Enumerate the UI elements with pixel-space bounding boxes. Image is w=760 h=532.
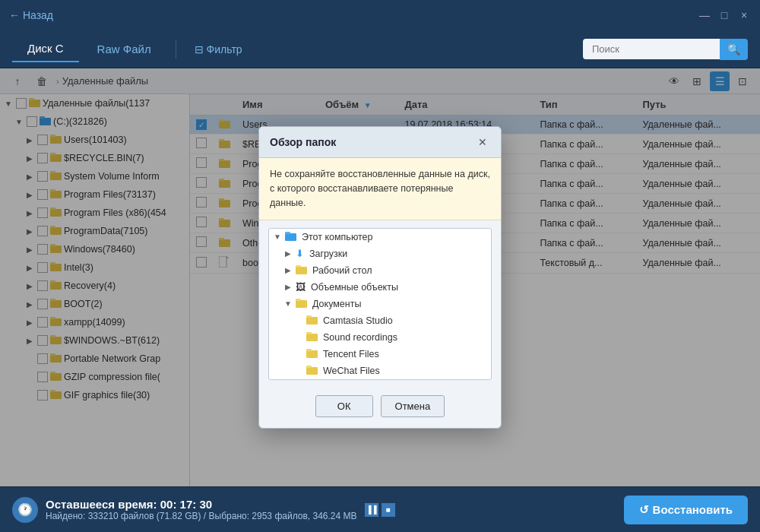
tree-item-label: Camtasia Studio [323, 315, 393, 326]
status-files: Найдено: 333210 файлов (71.82 GB) / Выбр… [46, 511, 357, 521]
tree-item[interactable]: ▶Рабочий стол [269, 262, 491, 279]
tree-item-label: Sound recordings [323, 332, 397, 343]
minimize-button[interactable]: — [698, 8, 711, 22]
back-label: ← Назад [9, 9, 53, 21]
svg-rect-58 [306, 334, 318, 341]
tree-folder-icon: ⬇ [296, 248, 304, 259]
svg-rect-62 [306, 367, 318, 375]
tree-item[interactable]: ▶🖼Объемные объекты [269, 279, 491, 296]
maximize-button[interactable]: □ [717, 8, 731, 22]
tree-folder-icon: 🖼 [296, 281, 306, 293]
restore-button[interactable]: ↺ Восстановить [624, 496, 748, 524]
dialog-ok-button[interactable]: ОК [315, 395, 373, 417]
tree-item-label: Tencent Files [323, 349, 379, 359]
filter-button[interactable]: ⊟ Фильтр [185, 39, 252, 60]
browse-folder-dialog: Обзор папок ✕ Не сохраняйте восстановлен… [258, 126, 502, 428]
svg-rect-51 [285, 232, 290, 234]
pause-button[interactable]: ▐▐ [365, 503, 378, 517]
dialog-warning: Не сохраняйте восстановленные данные на … [259, 158, 501, 220]
tree-item-label: Загрузки [309, 249, 347, 259]
svg-rect-57 [306, 315, 312, 318]
status-time: Оставшееся время: 00: 17: 30 [46, 498, 357, 511]
dialog-overlay: Обзор папок ✕ Не сохраняйте восстановлен… [0, 68, 760, 486]
dialog-buttons: ОК Отмена [259, 388, 501, 428]
tree-item[interactable]: Илья [269, 379, 491, 380]
dialog-close-button[interactable]: ✕ [475, 135, 490, 150]
tab-raw-file[interactable]: Raw Файл [82, 36, 166, 62]
svg-rect-60 [306, 350, 318, 358]
tree-item-label: Объемные объекты [311, 282, 398, 293]
tabbar: Диск С Raw Файл ⊟ Фильтр 🔍 [0, 30, 760, 68]
tree-folder-icon [296, 264, 307, 277]
dialog-titlebar: Обзор папок ✕ [259, 127, 501, 158]
status-info: Оставшееся время: 00: 17: 30 Найдено: 33… [46, 498, 357, 521]
tree-item-label: Этот компьютер [302, 232, 372, 242]
tree-folder-icon [285, 231, 296, 243]
tree-expand-arrow: ▶ [283, 249, 293, 258]
back-button[interactable]: ← Назад [9, 9, 53, 21]
tree-folder-icon [306, 315, 318, 327]
tree-folder-icon [306, 348, 318, 360]
tree-item[interactable]: Sound recordings [269, 329, 491, 346]
tree-folder-icon [306, 331, 318, 344]
statusbar-left: 🕐 Оставшееся время: 00: 17: 30 Найдено: … [12, 497, 395, 523]
tree-item[interactable]: Tencent Files [269, 346, 491, 363]
tree-item[interactable]: Camtasia Studio [269, 312, 491, 329]
svg-rect-63 [306, 366, 312, 368]
tree-folder-icon [296, 298, 307, 310]
close-button[interactable]: × [737, 8, 751, 22]
status-controls[interactable]: ▐▐ ■ [365, 503, 395, 517]
tree-item[interactable]: ▼Документы [269, 296, 491, 312]
statusbar: 🕐 Оставшееся время: 00: 17: 30 Найдено: … [0, 486, 760, 532]
svg-rect-56 [306, 317, 318, 325]
svg-rect-54 [296, 300, 307, 308]
tree-item-label: WeChat Files [323, 366, 380, 376]
tree-expand-arrow: ▶ [283, 283, 293, 291]
dialog-title: Обзор папок [270, 136, 336, 148]
search-button[interactable]: 🔍 [720, 39, 748, 60]
svg-rect-50 [285, 233, 296, 241]
svg-rect-61 [306, 349, 312, 351]
tree-expand-arrow: ▶ [283, 266, 293, 274]
tree-item-label: Документы [312, 299, 361, 309]
tree-item[interactable]: ▼Этот компьютер [269, 229, 491, 245]
tab-disk-c[interactable]: Диск С [12, 36, 79, 62]
tree-item[interactable]: ▶⬇Загрузки [269, 245, 491, 262]
status-icon: 🕐 [12, 497, 38, 523]
svg-rect-55 [296, 299, 301, 301]
dialog-tree[interactable]: ▼Этот компьютер▶⬇Загрузки▶Рабочий стол▶🖼… [268, 228, 492, 380]
tree-item-label: Рабочий стол [312, 265, 372, 276]
svg-rect-52 [296, 267, 307, 274]
tree-expand-arrow: ▼ [272, 233, 283, 241]
tree-folder-icon [306, 365, 318, 377]
titlebar: ← Назад — □ × [0, 0, 760, 30]
search-area: 🔍 [583, 39, 748, 60]
tree-expand-arrow: ▼ [283, 299, 293, 308]
stop-button[interactable]: ■ [382, 503, 395, 517]
dialog-cancel-button[interactable]: Отмена [381, 395, 445, 417]
svg-rect-53 [296, 265, 301, 268]
svg-rect-59 [306, 332, 312, 334]
search-input[interactable] [583, 39, 720, 59]
tab-divider [176, 40, 176, 59]
tree-item[interactable]: WeChat Files [269, 363, 491, 379]
window-controls: — □ × [698, 8, 751, 22]
